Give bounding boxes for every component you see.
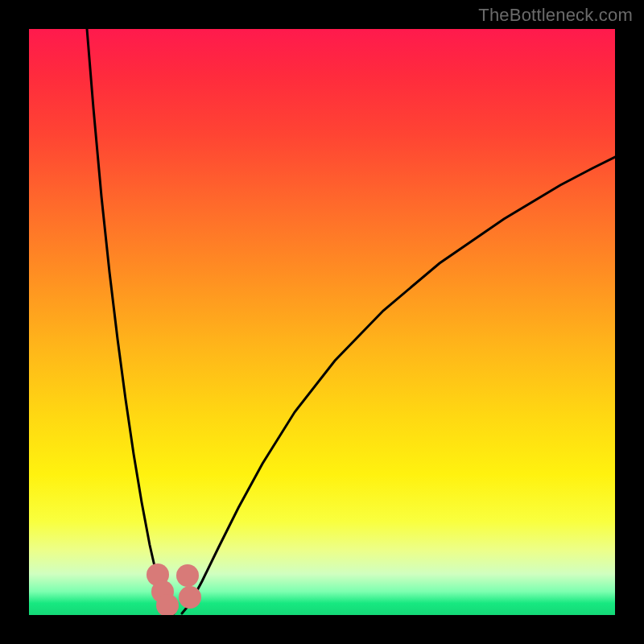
watermark-text: TheBottleneck.com <box>478 5 633 26</box>
cluster-dot <box>179 586 201 609</box>
chart-svg <box>29 29 615 615</box>
bottom-marker-cluster <box>147 564 201 615</box>
outer-frame: TheBottleneck.com <box>0 0 644 644</box>
curve-right <box>182 157 615 613</box>
plot-area <box>29 29 615 615</box>
curve-left <box>87 29 174 613</box>
cluster-dot <box>176 564 199 587</box>
